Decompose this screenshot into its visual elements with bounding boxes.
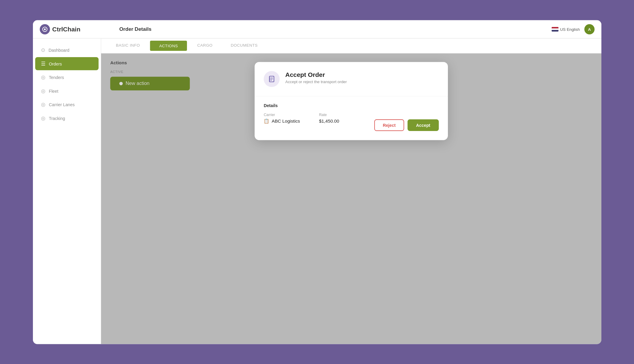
modal-divider	[255, 96, 448, 96]
rate-column: Rate $1,450.00	[319, 112, 374, 124]
user-avatar[interactable]: A	[584, 24, 595, 34]
page-content: Actions ACTIVE New action	[101, 53, 601, 344]
sidebar-item-label: Orders	[49, 61, 62, 66]
flag-icon	[551, 27, 558, 31]
modal-details-row: Carrier 📋 ABC Logistics Rate $1,450.00	[264, 112, 439, 131]
language-label: US English	[560, 27, 580, 31]
modal-overlay: Accept Order Accept or reject the transp…	[101, 53, 601, 344]
tabs-bar: BASIC INFO ACTIONS CARGO DOCUMENTS	[101, 38, 601, 53]
logo-icon	[39, 24, 50, 34]
order-icon	[267, 75, 276, 83]
dashboard-icon: ⊙	[41, 47, 45, 53]
modal-title-area: Accept Order Accept or reject the transp…	[285, 71, 347, 84]
tenders-icon: ◎	[41, 74, 45, 80]
rate-label: Rate	[319, 112, 374, 117]
modal-header: Accept Order Accept or reject the transp…	[264, 71, 439, 87]
fleet-icon: ◎	[41, 88, 45, 94]
rate-value: $1,450.00	[319, 118, 374, 124]
carrier-icon: 📋	[264, 118, 269, 124]
page-title: Order Details	[108, 26, 551, 32]
orders-icon: ☰	[41, 60, 45, 67]
carrier-column: Carrier 📋 ABC Logistics	[264, 112, 319, 124]
modal-details-label: Details	[264, 103, 439, 108]
content-area: BASIC INFO ACTIONS CARGO DOCUMENTS Actio…	[101, 38, 601, 344]
modal-subtitle: Accept or reject the transport order	[285, 80, 347, 84]
svg-point-1	[44, 28, 46, 30]
header: CtrlChain Order Details US English A	[33, 20, 601, 38]
modal-icon-container	[264, 71, 279, 87]
sidebar-item-label: Dashboard	[48, 48, 69, 52]
carrier-label: Carrier	[264, 112, 319, 117]
sidebar-item-orders[interactable]: ☰ Orders	[35, 57, 98, 70]
reject-button[interactable]: Reject	[374, 119, 404, 131]
sidebar-item-fleet[interactable]: ◎ Fleet	[35, 84, 98, 98]
app-logo-text: CtrlChain	[52, 25, 80, 33]
accept-order-modal: Accept Order Accept or reject the transp…	[255, 62, 448, 140]
tab-basic-info[interactable]: BASIC INFO	[107, 38, 149, 53]
sidebar: ⊙ Dashboard ☰ Orders ◎ Tenders ◎ Fleet ◎…	[33, 38, 101, 344]
carrier-name: ABC Logistics	[272, 118, 300, 124]
tracking-icon: ◎	[41, 115, 45, 121]
tab-documents[interactable]: DOCUMENTS	[221, 38, 267, 53]
header-right: US English A	[551, 24, 595, 34]
carrier-value: 📋 ABC Logistics	[264, 118, 319, 124]
sidebar-item-tracking[interactable]: ◎ Tracking	[35, 112, 98, 125]
tab-cargo[interactable]: CARGO	[188, 38, 221, 53]
modal-title: Accept Order	[285, 71, 347, 78]
main-layout: ⊙ Dashboard ☰ Orders ◎ Tenders ◎ Fleet ◎…	[33, 38, 601, 344]
sidebar-item-label: Tenders	[49, 75, 64, 80]
sidebar-item-carrier-lanes[interactable]: ◎ Carrier Lanes	[35, 98, 98, 111]
sidebar-item-label: Carrier Lanes	[49, 102, 75, 107]
sidebar-item-dashboard[interactable]: ⊙ Dashboard	[35, 43, 98, 57]
accept-button[interactable]: Accept	[408, 119, 439, 131]
carrier-lanes-icon: ◎	[41, 101, 45, 108]
logo-area: CtrlChain	[39, 24, 108, 34]
app-frame: CtrlChain Order Details US English A ⊙ D…	[33, 20, 601, 344]
modal-actions: Reject Accept	[374, 119, 439, 131]
sidebar-item-tenders[interactable]: ◎ Tenders	[35, 71, 98, 84]
sidebar-item-label: Fleet	[49, 88, 58, 93]
tab-actions[interactable]: ACTIONS	[150, 40, 187, 51]
sidebar-item-label: Tracking	[49, 116, 65, 121]
language-selector[interactable]: US English	[551, 27, 580, 31]
